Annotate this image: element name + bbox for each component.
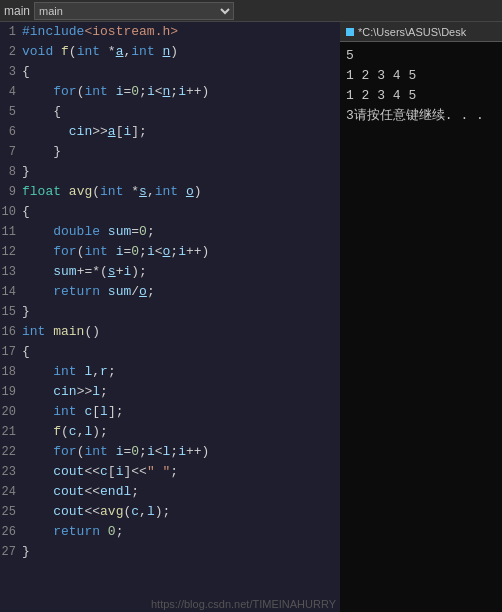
line-number: 26 [0,522,22,542]
table-row: 2 void f(int *a,int n) [0,42,340,62]
table-row: 25 cout<<avg(c,l); [0,502,340,522]
table-row: 16 int main() [0,322,340,342]
table-row: 9 float avg(int *s,int o) [0,182,340,202]
line-number: 24 [0,482,22,502]
code-lines: 1 #include<iostream.h> 2 void f(int *a,i… [0,22,340,562]
title-bar: main main [0,0,502,22]
table-row: 15 } [0,302,340,322]
table-row: 8 } [0,162,340,182]
table-row: 10 { [0,202,340,222]
line-content: for(int i=0;i<n;i++) [22,82,209,102]
line-number: 14 [0,282,22,302]
line-number: 6 [0,122,22,142]
line-content: } [22,302,30,322]
line-number: 25 [0,502,22,522]
table-row: 11 double sum=0; [0,222,340,242]
output-panel: *C:\Users\ASUS\Desk 5 1 2 3 4 5 1 2 3 4 … [340,22,502,612]
table-row: 7 } [0,142,340,162]
output-dot [346,28,354,36]
table-row: 12 for(int i=0;i<o;i++) [0,242,340,262]
table-row: 22 for(int i=0;i<l;i++) [0,442,340,462]
table-row: 17 { [0,342,340,362]
line-number: 9 [0,182,22,202]
line-content: cin>>a[i]; [22,122,147,142]
line-content: float avg(int *s,int o) [22,182,202,202]
line-number: 2 [0,42,22,62]
code-editor: 1 #include<iostream.h> 2 void f(int *a,i… [0,22,340,612]
line-content: } [22,542,30,562]
table-row: 19 cin>>l; [0,382,340,402]
line-content: int main() [22,322,100,342]
table-row: 4 for(int i=0;i<n;i++) [0,82,340,102]
line-content: { [22,62,30,82]
line-number: 18 [0,362,22,382]
table-row: 21 f(c,l); [0,422,340,442]
line-content: } [22,162,30,182]
output-content: 5 1 2 3 4 5 1 2 3 4 5 3请按任意键继续. . . [340,42,502,612]
table-row: 1 #include<iostream.h> [0,22,340,42]
line-content: for(int i=0;i<l;i++) [22,442,209,462]
scope-dropdown[interactable]: main [34,2,234,20]
line-number: 15 [0,302,22,322]
line-number: 21 [0,422,22,442]
table-row: 23 cout<<c[i]<<" "; [0,462,340,482]
line-content: int l,r; [22,362,116,382]
watermark: https://blog.csdn.net/TIMEINAHURRY [151,598,336,610]
main-area: 1 #include<iostream.h> 2 void f(int *a,i… [0,22,502,612]
line-content: { [22,342,30,362]
output-title: *C:\Users\ASUS\Desk [358,26,466,38]
table-row: 27 } [0,542,340,562]
line-number: 11 [0,222,22,242]
table-row: 6 cin>>a[i]; [0,122,340,142]
line-content: sum+=*(s+i); [22,262,147,282]
table-row: 26 return 0; [0,522,340,542]
table-row: 13 sum+=*(s+i); [0,262,340,282]
line-content: double sum=0; [22,222,155,242]
line-number: 13 [0,262,22,282]
table-row: 24 cout<<endl; [0,482,340,502]
line-content: f(c,l); [22,422,108,442]
line-number: 17 [0,342,22,362]
table-row: 5 { [0,102,340,122]
line-number: 8 [0,162,22,182]
main-label: main [4,4,30,18]
line-content: void f(int *a,int n) [22,42,178,62]
line-content: #include<iostream.h> [22,22,178,42]
line-content: { [22,102,61,122]
line-content: cout<<endl; [22,482,139,502]
line-number: 1 [0,22,22,42]
line-content: cout<<c[i]<<" "; [22,462,178,482]
line-content: } [22,142,61,162]
line-number: 4 [0,82,22,102]
table-row: 18 int l,r; [0,362,340,382]
table-row: 14 return sum/o; [0,282,340,302]
line-content: int c[l]; [22,402,123,422]
line-content: cout<<avg(c,l); [22,502,170,522]
line-number: 22 [0,442,22,462]
line-content: return 0; [22,522,123,542]
line-content: return sum/o; [22,282,155,302]
line-number: 16 [0,322,22,342]
line-number: 23 [0,462,22,482]
line-number: 7 [0,142,22,162]
line-content: cin>>l; [22,382,108,402]
line-number: 27 [0,542,22,562]
line-content: { [22,202,30,222]
line-number: 19 [0,382,22,402]
line-content: for(int i=0;i<o;i++) [22,242,209,262]
line-number: 3 [0,62,22,82]
line-number: 5 [0,102,22,122]
line-number: 10 [0,202,22,222]
line-number: 20 [0,402,22,422]
table-row: 20 int c[l]; [0,402,340,422]
output-title-bar: *C:\Users\ASUS\Desk [340,22,502,42]
table-row: 3 { [0,62,340,82]
line-number: 12 [0,242,22,262]
